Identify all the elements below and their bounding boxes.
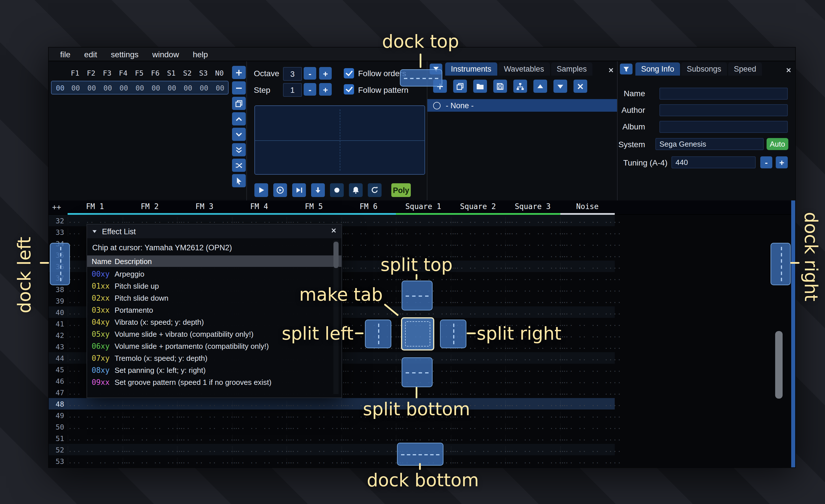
tuning-decrease-button[interactable]: - <box>760 156 772 168</box>
pattern-cell[interactable]: ... .. .. .... <box>122 217 177 224</box>
duplicate-order-button[interactable] <box>232 97 246 110</box>
pattern-cell[interactable]: ... .. .. .... <box>341 434 396 442</box>
name-field[interactable] <box>659 88 788 100</box>
play-button[interactable] <box>254 183 268 197</box>
menu-window[interactable]: window <box>145 47 185 61</box>
pattern-cell[interactable]: ... .. .. .... <box>341 423 396 430</box>
order-cell[interactable]: 00 <box>164 83 180 92</box>
pattern-cell[interactable]: ... .. .. .... <box>505 309 560 316</box>
pattern-cell[interactable]: ... .. .. .... <box>451 240 505 247</box>
pattern-cell[interactable]: ... .. .. .... <box>177 423 232 430</box>
effect-list-scrollbar-thumb[interactable] <box>333 242 339 268</box>
tuning-increase-button[interactable]: + <box>776 156 788 168</box>
pattern-cell[interactable]: ... .. .. .... <box>341 377 396 385</box>
pattern-cell[interactable]: ... .. .. .... <box>505 457 560 465</box>
pattern-cell[interactable]: ... .. .. .... <box>287 434 341 442</box>
pattern-cell[interactable]: ... .. .. .... <box>177 434 232 442</box>
follow-orders-checkbox[interactable] <box>344 68 354 78</box>
pattern-cell[interactable]: ... .. .. .... <box>560 423 615 430</box>
pattern-cell[interactable]: ... .. .. .... <box>232 412 287 419</box>
save-instrument-button[interactable] <box>493 80 507 93</box>
pattern-cell[interactable]: ... .. .. .... <box>68 400 122 408</box>
pattern-cell[interactable]: ... .. .. .... <box>341 228 396 236</box>
pattern-cell[interactable]: ... .. .. .... <box>68 446 122 453</box>
dock-target-bottom[interactable] <box>397 443 443 466</box>
pattern-cell[interactable]: ... .. .. .... <box>560 251 615 259</box>
pattern-cell[interactable]: ... .. .. .... <box>341 457 396 465</box>
step-value[interactable]: 1 <box>283 83 302 97</box>
tuning-field[interactable] <box>671 156 756 168</box>
pattern-cell[interactable]: ... .. .. .... <box>341 446 396 453</box>
add-order-button[interactable] <box>232 66 246 79</box>
close-icon[interactable] <box>785 67 792 73</box>
channel-header-square-1[interactable]: Square 1 <box>396 200 451 215</box>
open-instrument-button[interactable] <box>473 80 487 93</box>
effect-list-titlebar[interactable]: Effect List <box>87 225 342 238</box>
remove-order-button[interactable] <box>232 81 246 94</box>
pattern-cell[interactable]: ... .. .. .... <box>122 446 177 453</box>
pattern-cell[interactable]: ... .. .. .... <box>505 274 560 281</box>
pattern-cell[interactable]: ... .. .. .... <box>505 423 560 430</box>
dock-target-left[interactable] <box>50 243 70 285</box>
pattern-cell[interactable]: ... .. .. .... <box>451 228 505 236</box>
pattern-cell[interactable]: ... .. .. .... <box>505 377 560 385</box>
pattern-cell[interactable]: ... .. .. .... <box>68 217 122 224</box>
pattern-cell[interactable]: ... .. .. .... <box>341 366 396 373</box>
pattern-cell[interactable]: ... .. .. .... <box>451 377 505 385</box>
auto-system-button[interactable]: Auto <box>766 138 788 150</box>
pattern-cell[interactable]: ... .. .. .... <box>232 446 287 453</box>
move-instrument-down-button[interactable] <box>553 80 567 93</box>
pattern-cell[interactable]: ... .. .. .... <box>560 343 615 350</box>
duplicate-order-to-end-button[interactable] <box>232 143 246 156</box>
song-tab-subsongs[interactable]: Subsongs <box>681 63 727 76</box>
channel-header-fm-2[interactable]: FM 2 <box>122 200 177 215</box>
record-button[interactable] <box>330 183 344 197</box>
pattern-cell[interactable]: ... .. .. .... <box>505 366 560 373</box>
effect-row[interactable]: 09xxSet groove pattern (speed 1 if no gr… <box>87 376 342 388</box>
pattern-cell[interactable]: ... .. .. .... <box>177 446 232 453</box>
pattern-cell[interactable]: ... .. .. .... <box>396 434 451 442</box>
play-from-cursor-button[interactable] <box>292 183 306 197</box>
pattern-cell[interactable]: ... .. .. .... <box>505 434 560 442</box>
channel-header-fm-3[interactable]: FM 3 <box>177 200 232 215</box>
dock-target-right[interactable] <box>770 243 791 285</box>
pattern-cell[interactable]: ... .. .. .... <box>505 412 560 419</box>
pattern-cell[interactable]: ... .. .. .... <box>232 400 287 408</box>
effect-row[interactable]: 00xyArpeggio <box>87 268 342 280</box>
pattern-cell[interactable]: ... .. .. .... <box>451 446 505 453</box>
channel-header-square-2[interactable]: Square 2 <box>451 200 505 215</box>
pattern-cell[interactable]: ... .. .. .... <box>560 309 615 316</box>
order-row[interactable]: 0000000000000000000000 <box>51 81 229 94</box>
pattern-cell[interactable]: ... .. .. .... <box>68 434 122 442</box>
pattern-cell[interactable]: ... .. .. .... <box>505 240 560 247</box>
duplicate-instrument-button[interactable] <box>453 80 467 93</box>
pattern-edge-scrollbar[interactable] <box>791 200 795 467</box>
asset-tab-samples[interactable]: Samples <box>551 63 592 76</box>
pattern-cell[interactable]: ... .. .. .... <box>68 457 122 465</box>
order-change-mode-button[interactable] <box>232 159 246 172</box>
pattern-cell[interactable]: ... .. .. .... <box>505 263 560 270</box>
pattern-cell[interactable]: ... .. .. .... <box>560 366 615 373</box>
pattern-cell[interactable]: ... .. .. .... <box>560 354 615 362</box>
collapse-icon[interactable] <box>92 226 97 237</box>
pattern-cell[interactable]: ... .. .. .... <box>505 354 560 362</box>
channel-header-fm-5[interactable]: FM 5 <box>287 200 341 215</box>
pattern-cell[interactable]: ... .. .. .... <box>177 457 232 465</box>
channel-header-fm-1[interactable]: FM 1 <box>68 200 122 215</box>
pattern-cell[interactable]: ... .. .. .... <box>560 446 615 453</box>
order-cell[interactable]: 00 <box>116 83 132 92</box>
step-row-button[interactable] <box>311 183 325 197</box>
channel-header-square-3[interactable]: Square 3 <box>505 200 560 215</box>
pattern-cell[interactable]: ... .. .. .... <box>560 263 615 270</box>
pattern-cell[interactable]: ... .. .. .... <box>451 274 505 281</box>
split-target-left[interactable] <box>365 320 391 348</box>
pattern-cell[interactable]: ... .. .. .... <box>505 297 560 305</box>
pattern-cell[interactable]: ... .. .. .... <box>560 434 615 442</box>
pattern-row[interactable]: 49... .. .. ....... .. .. ....... .. .. … <box>49 410 615 421</box>
pattern-cell[interactable]: ... .. .. .... <box>505 285 560 293</box>
album-field[interactable] <box>659 121 788 133</box>
pattern-cell[interactable]: ... .. .. .... <box>287 446 341 453</box>
octave-value[interactable]: 3 <box>283 67 302 81</box>
pattern-row[interactable]: 53... .. .. ....... .. .. ....... .. .. … <box>49 455 615 467</box>
pattern-cell[interactable]: ... .. .. .... <box>396 228 451 236</box>
